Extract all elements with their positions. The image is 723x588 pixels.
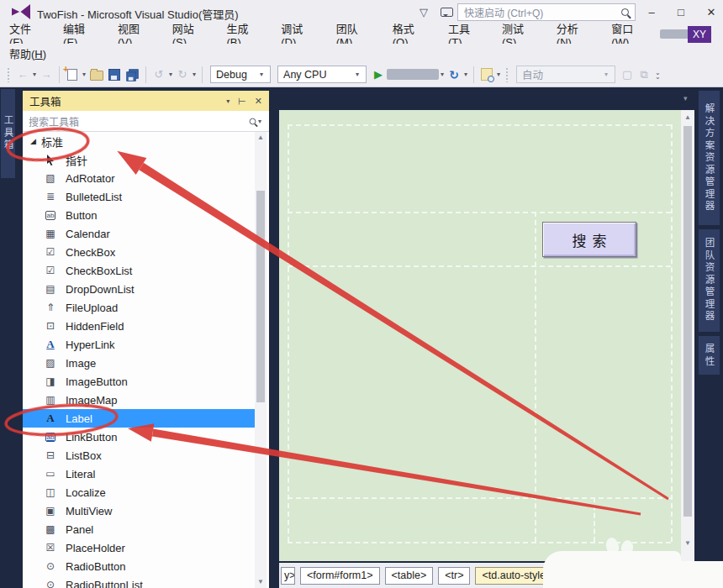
save-all-icon[interactable] bbox=[125, 66, 139, 83]
toolbox-category-label: 标准 bbox=[41, 134, 63, 150]
document-well-dropdown-icon[interactable]: ▾ bbox=[683, 94, 688, 102]
toolbox-item-dropdownlist[interactable]: ▤ DropDownList bbox=[23, 280, 256, 298]
new-file-dropdown-icon[interactable]: ▾ bbox=[82, 71, 86, 78]
close-button[interactable]: ✕ bbox=[701, 4, 721, 20]
toolbox-item-hiddenfield[interactable]: ⊡ HiddenField bbox=[23, 317, 256, 335]
toolbox-panel: 工具箱 ▾ ⊥ ✕ 搜索工具箱 ▾ ◢ 标准 指针 ▧ AdRo bbox=[23, 91, 269, 588]
toolbox-item-multiview[interactable]: ▣ MultiView bbox=[23, 501, 256, 520]
scroll-up-icon[interactable]: ▲ bbox=[255, 132, 267, 144]
tag-form[interactable]: <form#form1> bbox=[300, 567, 380, 585]
watermark bbox=[679, 561, 723, 588]
toolbox-item-hyperlink[interactable]: A HyperLink bbox=[23, 335, 256, 354]
tag-tr[interactable]: <tr> bbox=[438, 567, 470, 585]
design-surface[interactable]: 搜索 bbox=[279, 110, 681, 561]
scrollbar-thumb[interactable] bbox=[256, 191, 265, 402]
tag-body[interactable]: y> bbox=[281, 567, 295, 585]
linkbutton-icon: ab bbox=[44, 430, 57, 444]
toolbox-item-linkbutton[interactable]: ab LinkButton bbox=[23, 428, 256, 446]
toolbox-item-label[interactable]: A Label bbox=[23, 409, 256, 428]
menu-help[interactable]: 帮助(H) bbox=[0, 45, 55, 61]
search-icon bbox=[621, 8, 629, 16]
browse-mode-value: 自动 bbox=[522, 66, 543, 82]
platform-select[interactable]: Any CPU ▾ bbox=[277, 66, 367, 83]
tag-table[interactable]: <table> bbox=[385, 567, 434, 585]
new-window-icon[interactable]: ⧉ bbox=[638, 66, 650, 83]
search-options-dropdown-icon[interactable]: ▾ bbox=[258, 118, 261, 125]
expander-icon[interactable]: ◢ bbox=[30, 137, 36, 145]
toolbox-item-literal[interactable]: ▭ Literal bbox=[23, 465, 256, 483]
docked-tab-team-explorer[interactable]: 团队资源管理器 bbox=[699, 229, 720, 332]
toolbox-item-button[interactable]: ab Button bbox=[23, 206, 256, 224]
toolbox-header[interactable]: 工具箱 ▾ ⊥ ✕ bbox=[23, 91, 269, 111]
toolbox-item-image[interactable]: ▨ Image bbox=[23, 354, 256, 372]
redo-dropdown-icon[interactable]: ▾ bbox=[193, 71, 196, 78]
start-debugging-icon[interactable]: ▶ bbox=[372, 66, 384, 83]
notifications-flag-icon[interactable]: ▽ bbox=[420, 5, 428, 19]
open-file-icon[interactable] bbox=[90, 66, 103, 83]
chevron-down-icon: ▾ bbox=[260, 71, 263, 78]
save-icon[interactable] bbox=[108, 66, 120, 83]
toolbox-item-radiobutton[interactable]: ⊙ RadioButton bbox=[23, 557, 256, 575]
toolbox-item-placeholder[interactable]: ☒ PlaceHolder bbox=[23, 538, 256, 557]
quick-launch-input[interactable]: 快速启动 (Ctrl+Q) bbox=[457, 3, 636, 21]
navigate-back-icon[interactable]: ← bbox=[17, 66, 29, 83]
toolbox-item-panel[interactable]: ▩ Panel bbox=[23, 520, 256, 538]
new-file-icon[interactable] bbox=[66, 66, 78, 83]
scroll-down-icon[interactable]: ▼ bbox=[255, 576, 267, 588]
toolbar-overflow-icon[interactable]: ▾ bbox=[497, 71, 500, 78]
undo-dropdown-icon[interactable]: ▾ bbox=[169, 71, 172, 78]
toolbox-item-radiobuttonlist[interactable]: ⊙ RadioButtonList bbox=[23, 575, 256, 588]
navigate-forward-icon[interactable]: → bbox=[40, 66, 52, 83]
toolbox-item-pointer[interactable]: 指针 bbox=[23, 150, 256, 169]
maximize-button[interactable]: □ bbox=[671, 4, 691, 20]
toolbox-item-fileupload[interactable]: ⇑ FileUpload bbox=[23, 298, 256, 317]
toolbox-item-checkbox[interactable]: ☑ CheckBox bbox=[23, 243, 256, 261]
table-border bbox=[594, 497, 595, 542]
toolbox-title: 工具箱 bbox=[29, 93, 61, 109]
pin-icon[interactable]: ⊥ bbox=[236, 97, 247, 105]
toolbox-item-localize[interactable]: ◫ Localize bbox=[23, 483, 256, 501]
hiddenfield-icon: ⊡ bbox=[44, 319, 57, 333]
toolbox-category-standard[interactable]: ◢ 标准 bbox=[23, 132, 256, 150]
toolbar-grip[interactable] bbox=[505, 67, 509, 82]
refresh-dropdown-icon[interactable]: ▾ bbox=[464, 71, 467, 78]
toolbox-item-imagebutton[interactable]: ◨ ImageButton bbox=[23, 372, 256, 391]
account-avatar[interactable]: XY bbox=[688, 26, 711, 43]
scrollbar-thumb[interactable] bbox=[683, 126, 692, 517]
navigate-back-dropdown-icon[interactable]: ▾ bbox=[33, 71, 36, 78]
minimize-button[interactable]: – bbox=[641, 4, 662, 20]
toolbox-item-adrotator[interactable]: ▧ AdRotator bbox=[23, 169, 256, 187]
refresh-icon[interactable]: ↻ bbox=[448, 66, 460, 83]
design-scrollbar[interactable]: ▲ ▼ bbox=[681, 110, 694, 561]
toolbox-scrollbar[interactable]: ▲ ▼ bbox=[255, 132, 267, 588]
solution-config-select[interactable]: Debug ▾ bbox=[210, 66, 271, 83]
browser-name-redacted bbox=[387, 69, 439, 80]
find-in-files-icon[interactable] bbox=[481, 66, 493, 83]
image-icon: ▨ bbox=[44, 356, 57, 370]
toolbox-item-bulletedlist[interactable]: ≣ BulletedList bbox=[23, 187, 256, 206]
window-position-icon[interactable]: ▾ bbox=[226, 97, 230, 105]
redo-icon[interactable]: ↻ bbox=[177, 66, 188, 83]
search-button[interactable]: 搜索 bbox=[542, 222, 636, 257]
undo-icon[interactable]: ↺ bbox=[153, 66, 165, 83]
close-icon[interactable]: ✕ bbox=[255, 96, 262, 107]
toolbar-grip[interactable] bbox=[7, 67, 11, 82]
feedback-icon[interactable] bbox=[441, 8, 453, 17]
toolbox-item-calendar[interactable]: ▦ Calendar bbox=[23, 224, 256, 243]
split-view-icon[interactable]: ▢ bbox=[621, 66, 633, 83]
toolbox-item-imagemap[interactable]: ▥ ImageMap bbox=[23, 391, 256, 409]
dropdownlist-icon: ▤ bbox=[44, 282, 57, 296]
toolbar-options-chevron-icon[interactable]: ⌄⌄ bbox=[655, 71, 661, 79]
toolbox-item-listbox[interactable]: ⊟ ListBox bbox=[23, 446, 256, 465]
scroll-up-icon[interactable]: ▲ bbox=[681, 112, 694, 123]
browser-dropdown-icon[interactable]: ▾ bbox=[441, 71, 444, 78]
scroll-down-icon[interactable]: ▼ bbox=[681, 538, 694, 549]
docked-tab-solution-explorer[interactable]: 解决方案资源管理器 bbox=[699, 91, 720, 225]
imagemap-icon: ▥ bbox=[44, 393, 57, 407]
radiobuttonlist-icon: ⊙ bbox=[44, 578, 57, 588]
toolbox-item-checkboxlist[interactable]: ☑ CheckBoxList bbox=[23, 261, 256, 280]
docked-tab-toolbox[interactable]: 工具箱 bbox=[1, 89, 15, 178]
toolbox-search-input[interactable]: 搜索工具箱 ▾ bbox=[23, 111, 269, 132]
browse-with-select[interactable]: 自动 ▾ bbox=[516, 66, 615, 83]
docked-tab-properties[interactable]: 属性 bbox=[699, 336, 720, 375]
